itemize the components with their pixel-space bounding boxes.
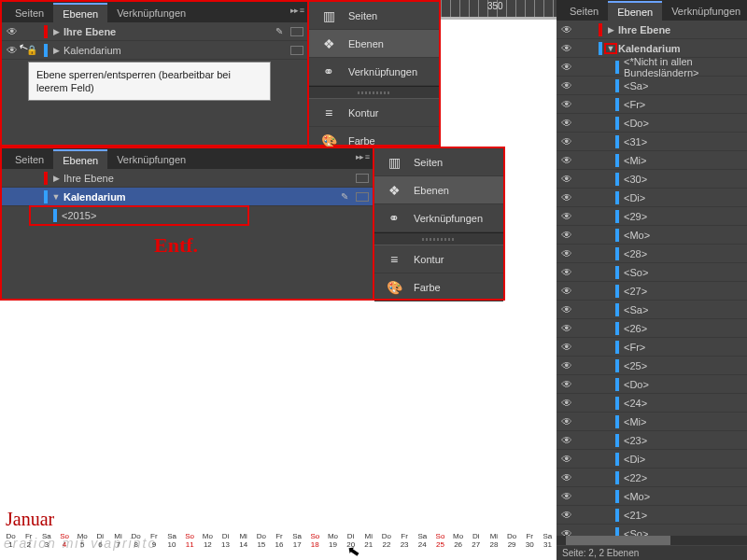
visibility-icon[interactable]: 👁 bbox=[557, 79, 577, 92]
visibility-icon[interactable]: 👁 bbox=[557, 341, 577, 354]
sublayer-row[interactable]: 👁<29> bbox=[557, 207, 747, 226]
tab-seiten[interactable]: Seiten bbox=[6, 150, 53, 168]
visibility-icon[interactable]: 👁 bbox=[557, 322, 577, 335]
sublayer-row[interactable]: 👁<Fr> bbox=[557, 95, 747, 114]
sublayer-row[interactable]: 👁<Sa> bbox=[557, 77, 747, 95]
visibility-icon[interactable]: 👁 bbox=[557, 117, 577, 130]
visibility-icon[interactable]: 👁 bbox=[557, 359, 577, 372]
sublayer-row[interactable]: 👁<23> bbox=[557, 431, 747, 450]
menu-kontur[interactable]: ≡Kontur bbox=[374, 245, 503, 273]
layer-row-kalendarium[interactable]: 👁 🔒 ▶ Kalendarium bbox=[2, 41, 307, 60]
tab-ebenen[interactable]: Ebenen bbox=[53, 149, 107, 169]
tab-seiten[interactable]: Seiten bbox=[560, 2, 608, 20]
sublayer-row[interactable]: 👁<Do> bbox=[557, 375, 747, 394]
visibility-icon[interactable]: 👁 bbox=[557, 434, 577, 447]
sublayer-row[interactable]: 👁<Fr> bbox=[557, 338, 747, 357]
menu-ebenen[interactable]: ❖Ebenen bbox=[374, 176, 503, 204]
visibility-icon[interactable]: 👁 bbox=[557, 471, 577, 484]
sublayer-row[interactable]: 👁<Mi> bbox=[557, 151, 747, 170]
visibility-icon[interactable]: 👁 bbox=[557, 42, 577, 55]
select-box[interactable] bbox=[290, 27, 303, 36]
pen-icon[interactable]: ✎ bbox=[341, 191, 356, 202]
panel-menu-icon[interactable]: ▸▸ ≡ bbox=[356, 152, 369, 161]
expand-icon[interactable]: ▶ bbox=[605, 25, 616, 35]
layer-row-kalendarium-selected[interactable]: ▼ Kalendarium ✎ bbox=[2, 188, 373, 206]
sublayer-row[interactable]: 👁<31> bbox=[557, 133, 747, 151]
sublayer-row[interactable]: 👁<So> bbox=[557, 263, 747, 282]
visibility-icon[interactable]: 👁 bbox=[557, 210, 577, 223]
sublayer-2015[interactable]: <2015> bbox=[30, 206, 248, 225]
visibility-icon[interactable]: 👁 bbox=[557, 453, 577, 466]
layer-label: Ihre Ebene bbox=[62, 173, 341, 184]
collapse-icon[interactable]: ▼ bbox=[50, 192, 62, 202]
visibility-icon[interactable]: 👁 bbox=[557, 154, 577, 167]
menu-verknuepfungen[interactable]: ⚭Verknüpfungen bbox=[374, 204, 503, 232]
tabs-top: Seiten Ebenen Verknüpfungen ▸▸ ≡ bbox=[2, 2, 307, 22]
visibility-icon[interactable]: 👁 bbox=[557, 303, 577, 316]
sublayer-row[interactable]: 👁<26> bbox=[557, 319, 747, 338]
menu-ebenen[interactable]: ❖Ebenen bbox=[309, 30, 439, 58]
visibility-icon[interactable]: 👁 bbox=[557, 23, 577, 36]
visibility-icon[interactable]: 👁 bbox=[557, 61, 577, 74]
layer-row-ihre-ebene[interactable]: ▶ Ihre Ebene bbox=[2, 169, 373, 188]
pen-icon[interactable]: ✎ bbox=[275, 26, 290, 36]
visibility-icon[interactable]: 👁 bbox=[557, 135, 577, 148]
select-box[interactable] bbox=[290, 46, 303, 55]
sublayer-row[interactable]: 👁<25> bbox=[557, 357, 747, 375]
sublayer-row[interactable]: 👁<Do> bbox=[557, 114, 747, 133]
panel-grip[interactable] bbox=[374, 232, 503, 245]
visibility-icon[interactable]: 👁 bbox=[557, 490, 577, 503]
visibility-icon[interactable]: 👁 bbox=[557, 266, 577, 279]
tab-ebenen[interactable]: Ebenen bbox=[53, 3, 107, 22]
expand-icon[interactable]: ▶ bbox=[50, 174, 62, 183]
sublayer-row[interactable]: 👁<24> bbox=[557, 394, 747, 413]
tab-seiten[interactable]: Seiten bbox=[6, 4, 53, 21]
visibility-icon[interactable]: 👁 bbox=[557, 415, 577, 428]
sublayer-row[interactable]: 👁<22> bbox=[557, 469, 747, 487]
select-box[interactable] bbox=[356, 174, 369, 183]
layer-row-ihre-ebene[interactable]: 👁 ▶ Ihre Ebene bbox=[557, 21, 747, 39]
sublayer-row[interactable]: 👁<Di> bbox=[557, 450, 747, 469]
menu-seiten[interactable]: ▥Seiten bbox=[309, 2, 439, 30]
visibility-icon[interactable]: 👁 bbox=[2, 25, 22, 38]
menu-kontur[interactable]: ≡Kontur bbox=[309, 99, 439, 127]
sublayer-row[interactable]: 👁<21> bbox=[557, 506, 747, 525]
sublayer-row[interactable]: 👁<Di> bbox=[557, 189, 747, 207]
sublayer-row[interactable]: 👁<28> bbox=[557, 245, 747, 263]
expand-icon[interactable]: ▶ bbox=[50, 46, 62, 55]
tab-ebenen[interactable]: Ebenen bbox=[608, 1, 662, 21]
scrollbar-thumb[interactable] bbox=[566, 536, 670, 545]
tab-verknuepfungen[interactable]: Verknüpfungen bbox=[107, 4, 195, 21]
visibility-icon[interactable]: 👁 bbox=[557, 98, 577, 111]
sublayer-row[interactable]: 👁<27> bbox=[557, 282, 747, 301]
visibility-icon[interactable]: 👁 bbox=[557, 509, 577, 522]
panel-menu-icon[interactable]: ▸▸ ≡ bbox=[290, 6, 303, 15]
sublayer-row[interactable]: 👁<30> bbox=[557, 170, 747, 189]
layer-color bbox=[44, 190, 48, 203]
sublayer-row[interactable]: 👁<*Nicht in allen Bundesländern> bbox=[557, 58, 747, 77]
sublayer-label: <22> bbox=[622, 472, 747, 483]
layers-icon: ❖ bbox=[320, 36, 337, 51]
expand-icon[interactable]: ▶ bbox=[50, 27, 62, 36]
visibility-icon[interactable]: 👁 bbox=[557, 173, 577, 186]
tab-verknuepfungen[interactable]: Verknüpfungen bbox=[662, 2, 747, 20]
menu-farbe[interactable]: 🎨Farbe bbox=[374, 273, 503, 301]
visibility-icon[interactable]: 👁 bbox=[557, 247, 577, 260]
menu-seiten[interactable]: ▥Seiten bbox=[374, 148, 503, 176]
layer-row-ihre-ebene[interactable]: 👁 ▶ Ihre Ebene ✎ bbox=[2, 22, 307, 41]
select-box[interactable] bbox=[356, 192, 369, 202]
visibility-icon[interactable]: 👁 bbox=[557, 191, 577, 204]
sublayer-row[interactable]: 👁<Mi> bbox=[557, 413, 747, 431]
collapse-icon[interactable]: ▼ bbox=[605, 44, 616, 53]
sublayer-row[interactable]: 👁<Mo> bbox=[557, 226, 747, 245]
sublayer-label: <Mo> bbox=[622, 491, 747, 502]
menu-verknuepfungen[interactable]: ⚭Verknüpfungen bbox=[309, 58, 439, 86]
visibility-icon[interactable]: 👁 bbox=[557, 397, 577, 410]
visibility-icon[interactable]: 👁 bbox=[557, 378, 577, 391]
panel-grip[interactable] bbox=[309, 86, 439, 99]
visibility-icon[interactable]: 👁 bbox=[557, 229, 577, 242]
tab-verknuepfungen[interactable]: Verknüpfungen bbox=[107, 150, 195, 168]
sublayer-row[interactable]: 👁<Sa> bbox=[557, 301, 747, 319]
sublayer-row[interactable]: 👁<Mo> bbox=[557, 487, 747, 506]
visibility-icon[interactable]: 👁 bbox=[557, 285, 577, 298]
